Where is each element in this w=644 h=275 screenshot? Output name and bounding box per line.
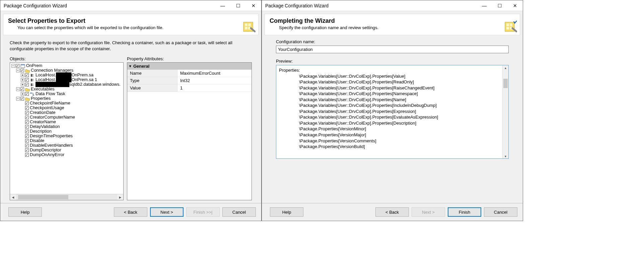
property-attributes-grid[interactable]: ▾ General NameMaximumErrorCountTypeInt32… [127, 62, 252, 200]
tree-node[interactable]: −CheckpointUsage [10, 106, 123, 110]
svg-rect-1 [245, 23, 247, 26]
collapse-toggle-icon[interactable]: − [16, 97, 20, 100]
checkbox[interactable] [25, 125, 29, 129]
checkbox[interactable] [25, 111, 29, 115]
titlebar[interactable]: Package Configuration Wizard — ☐ ✕ [262, 0, 523, 11]
attr-value[interactable]: Int32 [177, 77, 252, 84]
checkbox[interactable] [20, 69, 24, 72]
chevron-down-icon[interactable]: ▾ [129, 64, 131, 68]
folder-icon [25, 87, 30, 91]
scrollbar-thumb[interactable] [503, 79, 508, 88]
scroll-up-icon[interactable]: ▴ [503, 65, 508, 70]
maximize-icon[interactable]: ☐ [492, 0, 507, 11]
connection-icon [30, 83, 34, 87]
wizard-window-completing: Package Configuration Wizard — ☐ ✕ Compl… [262, 0, 523, 221]
collapse-toggle-icon[interactable]: − [16, 69, 20, 72]
tree-node[interactable]: −DumpOnAnyError [10, 152, 123, 157]
tree-node[interactable]: −CheckpointFileName [10, 101, 123, 106]
attr-value[interactable]: MaximumErrorCount [177, 70, 252, 77]
config-name-input[interactable] [276, 46, 509, 53]
checkbox[interactable] [25, 73, 29, 77]
tree-node[interactable]: −DumpDescriptor [10, 148, 123, 152]
expand-toggle-icon[interactable]: + [21, 78, 24, 82]
tree-node[interactable]: −DisableEventHandlers [10, 143, 123, 148]
minimize-icon[interactable]: — [477, 0, 492, 11]
help-button[interactable]: Help [270, 207, 303, 217]
tree-label: DelayValidation [30, 124, 60, 129]
checkbox[interactable] [25, 153, 29, 157]
tree-node[interactable]: −Description [10, 129, 123, 134]
checkbox[interactable] [25, 83, 29, 86]
checkbox[interactable] [25, 130, 29, 133]
expand-toggle-icon[interactable]: + [21, 83, 24, 86]
collapse-toggle-icon[interactable]: − [11, 64, 15, 68]
finish-button: Finish >>| [186, 207, 220, 217]
attr-row[interactable]: Value1 [127, 84, 252, 92]
help-button[interactable]: Help [8, 207, 42, 217]
tree-node[interactable]: −CreatorName [10, 120, 123, 124]
tree-node[interactable]: +███████████sqldb2.database.windows. [10, 82, 123, 87]
cancel-button[interactable]: Cancel [484, 207, 517, 217]
maximize-icon[interactable]: ☐ [230, 0, 246, 11]
checkbox[interactable] [20, 97, 24, 100]
attr-section-header[interactable]: ▾ General [127, 63, 252, 70]
checkbox[interactable] [16, 64, 19, 68]
tree-node[interactable]: +LocalHost.█████OnPrem.sa 1 [10, 77, 123, 82]
tree-node[interactable]: −Connection Managers [10, 68, 123, 73]
checkbox[interactable] [25, 78, 29, 82]
attr-row[interactable]: TypeInt32 [127, 77, 252, 84]
scroll-right-icon[interactable]: ► [117, 195, 123, 199]
back-button[interactable]: < Back [375, 207, 409, 217]
checkbox[interactable] [25, 120, 29, 124]
checkbox[interactable] [25, 92, 29, 96]
checkbox[interactable] [25, 134, 29, 138]
horizontal-scrollbar[interactable]: ◄ ► [10, 194, 123, 200]
tree-node[interactable]: −OnPrem [10, 63, 123, 68]
scroll-left-icon[interactable]: ◄ [10, 195, 16, 199]
checkbox[interactable] [20, 87, 24, 91]
objects-tree[interactable]: −OnPrem−Connection Managers+LocalHost.██… [10, 62, 124, 200]
expand-toggle-icon[interactable]: + [21, 73, 24, 77]
checkbox[interactable] [25, 148, 29, 152]
wizard-icon [504, 20, 517, 33]
checkbox[interactable] [25, 116, 29, 119]
close-icon[interactable]: ✕ [507, 0, 523, 11]
instruction-text: Check the property to export to the conf… [10, 40, 252, 52]
minimize-icon[interactable]: — [215, 0, 230, 11]
close-icon[interactable]: ✕ [246, 0, 261, 11]
preview-textarea[interactable]: Properties: \Package.Variables[User::Drv… [276, 65, 509, 159]
attr-row[interactable]: NameMaximumErrorCount [127, 70, 252, 77]
page-title: Completing the Wizard [270, 17, 378, 24]
tree-label: LocalHost. [35, 77, 56, 82]
checkbox[interactable] [25, 139, 29, 143]
finish-button[interactable]: Finish [448, 207, 481, 217]
attr-value[interactable]: 1 [177, 84, 252, 92]
footer-buttons: Help < Back Next > Finish Cancel [262, 203, 523, 221]
scroll-down-icon[interactable]: ▾ [503, 154, 508, 159]
checkbox[interactable] [25, 144, 29, 147]
tree-node[interactable]: +LocalHost.█████OnPrem.sa [10, 73, 123, 77]
tree-node[interactable]: −Executables [10, 87, 123, 91]
tree-node[interactable]: −CreationDate [10, 110, 123, 115]
tree-node[interactable]: −DesignTimeProperties [10, 134, 123, 138]
tree-node[interactable]: −Properties [10, 96, 123, 101]
checkbox[interactable] [25, 106, 29, 110]
titlebar[interactable]: Package Configuration Wizard — ☐ ✕ [0, 0, 261, 11]
preview-line: \Package.Variables[User::DrvColExp].Prop… [279, 97, 506, 103]
expand-toggle-icon[interactable]: + [21, 92, 24, 96]
cancel-button[interactable]: Cancel [222, 207, 256, 217]
back-button[interactable]: < Back [114, 207, 147, 217]
tree-node[interactable]: −DelayValidation [10, 124, 123, 129]
tree-label: Description [30, 129, 52, 134]
tree-node[interactable]: −CreatorComputerName [10, 115, 123, 120]
collapse-toggle-icon[interactable]: − [16, 87, 20, 91]
tree-node[interactable]: +Data Flow Task [10, 91, 123, 96]
scrollbar-thumb[interactable] [18, 195, 68, 199]
header-panel: Select Properties to Export You can sele… [3, 14, 259, 35]
vertical-scrollbar[interactable]: ▴ ▾ [502, 65, 508, 158]
tree-node[interactable]: −Disable [10, 138, 123, 143]
checkbox[interactable] [25, 101, 29, 105]
preview-header: Properties: [279, 67, 506, 73]
config-name-label: Configuration name: [276, 39, 509, 44]
next-button[interactable]: Next > [150, 207, 184, 217]
